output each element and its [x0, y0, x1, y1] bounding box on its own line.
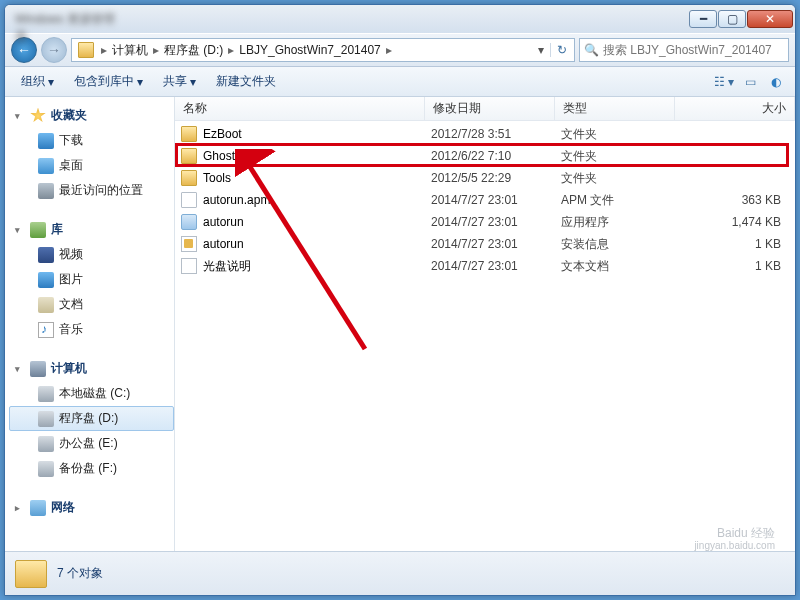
drive-icon — [38, 436, 54, 452]
file-type: 文件夹 — [561, 170, 681, 187]
sidebar-item-music[interactable]: 音乐 — [9, 317, 174, 342]
chevron-down-icon: ▾ — [48, 75, 54, 89]
picture-icon — [38, 272, 54, 288]
drive-icon — [38, 386, 54, 402]
sidebar-item-downloads[interactable]: 下载 — [9, 128, 174, 153]
file-date: 2012/7/28 3:51 — [431, 127, 561, 141]
file-type: 文件夹 — [561, 148, 681, 165]
organize-button[interactable]: 组织 ▾ — [13, 70, 62, 93]
file-row[interactable]: Ghost2012/6/22 7:10文件夹 — [175, 145, 795, 167]
favorites-group[interactable]: ▾收藏夹 — [9, 103, 174, 128]
folder-icon — [181, 148, 197, 164]
sidebar-item-drive-c[interactable]: 本地磁盘 (C:) — [9, 381, 174, 406]
title-bar: Windows 资源管理器 ━ ▢ ✕ — [5, 5, 795, 33]
column-type[interactable]: 类型 — [555, 97, 675, 120]
network-group[interactable]: ▸网络 — [9, 495, 174, 520]
video-icon — [38, 247, 54, 263]
sidebar-item-desktop[interactable]: 桌面 — [9, 153, 174, 178]
share-button[interactable]: 共享 ▾ — [155, 70, 204, 93]
folder-icon — [181, 170, 197, 186]
refresh-button[interactable]: ↻ — [550, 43, 572, 57]
document-icon — [38, 297, 54, 313]
file-date: 2012/6/22 7:10 — [431, 149, 561, 163]
file-size: 363 KB — [681, 193, 795, 207]
include-in-library-button[interactable]: 包含到库中 ▾ — [66, 70, 151, 93]
file-name: 光盘说明 — [203, 258, 431, 275]
sidebar-item-drive-d[interactable]: 程序盘 (D:) — [9, 406, 174, 431]
file-row[interactable]: autorun.apm2014/7/27 23:01APM 文件363 KB — [175, 189, 795, 211]
chevron-right-icon[interactable]: ▸ — [98, 43, 110, 57]
computer-icon — [30, 361, 46, 377]
file-date: 2014/7/27 23:01 — [431, 215, 561, 229]
file-size: 1 KB — [681, 237, 795, 251]
preview-pane-button[interactable]: ▭ — [739, 71, 761, 93]
sidebar-item-documents[interactable]: 文档 — [9, 292, 174, 317]
sidebar-item-drive-e[interactable]: 办公盘 (E:) — [9, 431, 174, 456]
chevron-right-icon[interactable]: ▸ — [383, 43, 395, 57]
file-date: 2014/7/27 23:01 — [431, 259, 561, 273]
file-row[interactable]: 光盘说明2014/7/27 23:01文本文档1 KB — [175, 255, 795, 277]
address-bar-row: ← → ▸ 计算机 ▸ 程序盘 (D:) ▸ LBJY_GhostWin7_20… — [5, 33, 795, 67]
search-input[interactable]: 🔍 搜索 LBJY_GhostWin7_201407 — [579, 38, 789, 62]
search-placeholder: 搜索 LBJY_GhostWin7_201407 — [603, 42, 772, 59]
file-type: 文本文档 — [561, 258, 681, 275]
file-date: 2012/5/5 22:29 — [431, 171, 561, 185]
libraries-group[interactable]: ▾库 — [9, 217, 174, 242]
explorer-window: Windows 资源管理器 ━ ▢ ✕ ← → ▸ 计算机 ▸ 程序盘 (D:)… — [4, 4, 796, 596]
computer-group[interactable]: ▾计算机 — [9, 356, 174, 381]
maximize-button[interactable]: ▢ — [718, 10, 746, 28]
sidebar-item-videos[interactable]: 视频 — [9, 242, 174, 267]
address-dropdown[interactable]: ▾ — [532, 43, 550, 57]
sidebar-item-pictures[interactable]: 图片 — [9, 267, 174, 292]
view-options-button[interactable]: ☷ ▾ — [713, 71, 735, 93]
new-folder-button[interactable]: 新建文件夹 — [208, 70, 284, 93]
column-date[interactable]: 修改日期 — [425, 97, 555, 120]
file-icon — [181, 192, 197, 208]
download-icon — [38, 133, 54, 149]
chevron-down-icon: ▾ — [137, 75, 143, 89]
file-type: 安装信息 — [561, 236, 681, 253]
recent-icon — [38, 183, 54, 199]
close-button[interactable]: ✕ — [747, 10, 793, 28]
file-type: APM 文件 — [561, 192, 681, 209]
folder-icon — [15, 560, 47, 588]
column-name[interactable]: 名称 — [175, 97, 425, 120]
txt-icon — [181, 258, 197, 274]
drive-icon — [38, 411, 54, 427]
file-row[interactable]: Tools2012/5/5 22:29文件夹 — [175, 167, 795, 189]
breadcrumb-folder[interactable]: LBJY_GhostWin7_201407 — [237, 43, 382, 57]
file-row[interactable]: autorun2014/7/27 23:01安装信息1 KB — [175, 233, 795, 255]
network-icon — [30, 500, 46, 516]
file-row[interactable]: autorun2014/7/27 23:01应用程序1,474 KB — [175, 211, 795, 233]
file-name: Ghost — [203, 149, 431, 163]
help-button[interactable]: ◐ — [765, 71, 787, 93]
file-name: Tools — [203, 171, 431, 185]
sidebar-item-drive-f[interactable]: 备份盘 (F:) — [9, 456, 174, 481]
status-bar: 7 个对象 — [5, 551, 795, 595]
minimize-button[interactable]: ━ — [689, 10, 717, 28]
file-name: autorun — [203, 215, 431, 229]
folder-icon — [78, 42, 94, 58]
search-icon: 🔍 — [584, 43, 599, 57]
file-name: EzBoot — [203, 127, 431, 141]
column-size[interactable]: 大小 — [675, 97, 795, 120]
file-row[interactable]: EzBoot2012/7/28 3:51文件夹 — [175, 123, 795, 145]
inf-icon — [181, 236, 197, 252]
file-list: EzBoot2012/7/28 3:51文件夹Ghost2012/6/22 7:… — [175, 121, 795, 551]
exe-icon — [181, 214, 197, 230]
forward-button[interactable]: → — [41, 37, 67, 63]
address-bar[interactable]: ▸ 计算机 ▸ 程序盘 (D:) ▸ LBJY_GhostWin7_201407… — [71, 38, 575, 62]
command-bar: 组织 ▾ 包含到库中 ▾ 共享 ▾ 新建文件夹 ☷ ▾ ▭ ◐ — [5, 67, 795, 97]
column-headers: 名称 修改日期 类型 大小 — [175, 97, 795, 121]
music-icon — [38, 322, 54, 338]
sidebar-item-recent[interactable]: 最近访问的位置 — [9, 178, 174, 203]
breadcrumb-computer[interactable]: 计算机 — [110, 42, 150, 59]
chevron-right-icon[interactable]: ▸ — [225, 43, 237, 57]
star-icon — [30, 108, 46, 124]
window-title: Windows 资源管理器 — [15, 11, 115, 25]
file-date: 2014/7/27 23:01 — [431, 193, 561, 207]
breadcrumb-drive[interactable]: 程序盘 (D:) — [162, 42, 225, 59]
file-type: 文件夹 — [561, 126, 681, 143]
chevron-right-icon[interactable]: ▸ — [150, 43, 162, 57]
chevron-down-icon: ▾ — [190, 75, 196, 89]
